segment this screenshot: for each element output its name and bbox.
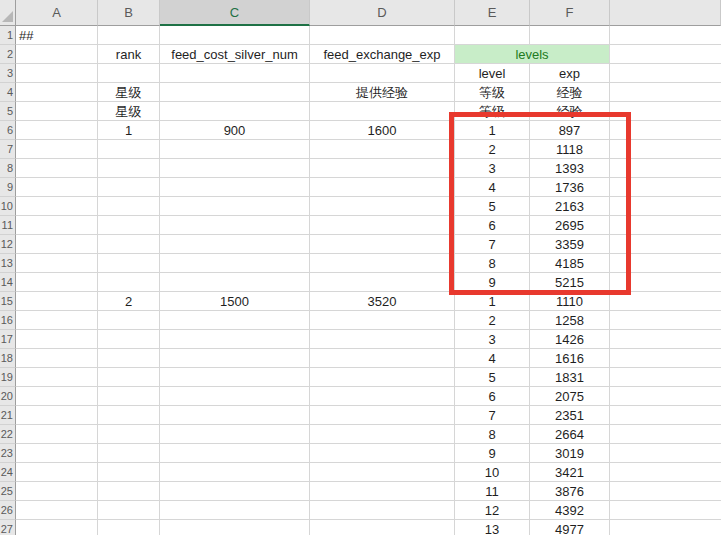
row-header-7[interactable]: 7 xyxy=(0,140,16,159)
row-header-1[interactable]: 1 xyxy=(0,26,16,45)
cell-c26[interactable] xyxy=(160,501,310,520)
column-header-d[interactable]: D xyxy=(310,0,455,26)
cell-a4[interactable] xyxy=(16,83,98,102)
row-header-14[interactable]: 14 xyxy=(0,273,16,292)
cell-f6[interactable]: 897 xyxy=(530,121,610,140)
cell-e18[interactable]: 4 xyxy=(455,349,530,368)
cell-f5[interactable]: 经验 xyxy=(530,102,610,121)
cell-a13[interactable] xyxy=(16,254,98,273)
cell-c7[interactable] xyxy=(160,140,310,159)
cell-d23[interactable] xyxy=(310,444,455,463)
cell-c17[interactable] xyxy=(160,330,310,349)
cell-c20[interactable] xyxy=(160,387,310,406)
cell-a3[interactable] xyxy=(16,64,98,83)
cell-a8[interactable] xyxy=(16,159,98,178)
column-header-f[interactable]: F xyxy=(530,0,610,26)
cell-d17[interactable] xyxy=(310,330,455,349)
row-header-19[interactable]: 19 xyxy=(0,368,16,387)
cell-a6[interactable] xyxy=(16,121,98,140)
cell-f22[interactable]: 2664 xyxy=(530,425,610,444)
cell-e20[interactable]: 6 xyxy=(455,387,530,406)
cell-blank-13[interactable] xyxy=(610,254,721,273)
cell-a5[interactable] xyxy=(16,102,98,121)
cell-f18[interactable]: 1616 xyxy=(530,349,610,368)
cell-e13[interactable]: 8 xyxy=(455,254,530,273)
cell-d7[interactable] xyxy=(310,140,455,159)
cell-e5[interactable]: 等级 xyxy=(455,102,530,121)
cell-a2[interactable] xyxy=(16,45,98,64)
row-header-24[interactable]: 24 xyxy=(0,463,16,482)
row-header-27[interactable]: 27 xyxy=(0,520,16,535)
cell-e16[interactable]: 2 xyxy=(455,311,530,330)
cell-f10[interactable]: 2163 xyxy=(530,197,610,216)
cell-a17[interactable] xyxy=(16,330,98,349)
cell-a15[interactable] xyxy=(16,292,98,311)
row-header-3[interactable]: 3 xyxy=(0,64,16,83)
row-header-17[interactable]: 17 xyxy=(0,330,16,349)
cell-blank-4[interactable] xyxy=(610,83,721,102)
cell-blank-14[interactable] xyxy=(610,273,721,292)
cell-f15[interactable]: 1110 xyxy=(530,292,610,311)
cell-e19[interactable]: 5 xyxy=(455,368,530,387)
cell-c13[interactable] xyxy=(160,254,310,273)
cell-d11[interactable] xyxy=(310,216,455,235)
cell-a1[interactable]: ## xyxy=(16,26,98,45)
cell-d10[interactable] xyxy=(310,197,455,216)
row-header-2[interactable]: 2 xyxy=(0,45,16,64)
cell-f3[interactable]: exp xyxy=(530,64,610,83)
cell-a24[interactable] xyxy=(16,463,98,482)
row-header-8[interactable]: 8 xyxy=(0,159,16,178)
cell-c9[interactable] xyxy=(160,178,310,197)
cell-b15[interactable]: 2 xyxy=(98,292,160,311)
cell-b3[interactable] xyxy=(98,64,160,83)
cell-b4[interactable]: 星级 xyxy=(98,83,160,102)
row-header-5[interactable]: 5 xyxy=(0,102,16,121)
row-header-18[interactable]: 18 xyxy=(0,349,16,368)
row-header-22[interactable]: 22 xyxy=(0,425,16,444)
cell-b26[interactable] xyxy=(98,501,160,520)
cell-e17[interactable]: 3 xyxy=(455,330,530,349)
cell-f1[interactable] xyxy=(530,26,610,45)
row-header-13[interactable]: 13 xyxy=(0,254,16,273)
row-header-10[interactable]: 10 xyxy=(0,197,16,216)
column-header-b[interactable]: B xyxy=(98,0,160,26)
cell-f9[interactable]: 1736 xyxy=(530,178,610,197)
cell-e14[interactable]: 9 xyxy=(455,273,530,292)
cell-c1[interactable] xyxy=(160,26,310,45)
cell-f19[interactable]: 1831 xyxy=(530,368,610,387)
cell-c6[interactable]: 900 xyxy=(160,121,310,140)
cell-c5[interactable] xyxy=(160,102,310,121)
cell-c23[interactable] xyxy=(160,444,310,463)
cell-f12[interactable]: 3359 xyxy=(530,235,610,254)
cell-e4[interactable]: 等级 xyxy=(455,83,530,102)
cell-blank-19[interactable] xyxy=(610,368,721,387)
cell-f23[interactable]: 3019 xyxy=(530,444,610,463)
cell-f24[interactable]: 3421 xyxy=(530,463,610,482)
cell-a19[interactable] xyxy=(16,368,98,387)
cell-a11[interactable] xyxy=(16,216,98,235)
cell-e10[interactable]: 5 xyxy=(455,197,530,216)
cell-e22[interactable]: 8 xyxy=(455,425,530,444)
cell-b23[interactable] xyxy=(98,444,160,463)
cell-b10[interactable] xyxy=(98,197,160,216)
cell-b14[interactable] xyxy=(98,273,160,292)
column-header-e[interactable]: E xyxy=(455,0,530,26)
cell-e25[interactable]: 11 xyxy=(455,482,530,501)
cell-c10[interactable] xyxy=(160,197,310,216)
cell-d24[interactable] xyxy=(310,463,455,482)
cell-b1[interactable] xyxy=(98,26,160,45)
cell-c12[interactable] xyxy=(160,235,310,254)
cell-d16[interactable] xyxy=(310,311,455,330)
row-header-23[interactable]: 23 xyxy=(0,444,16,463)
cell-e1[interactable] xyxy=(455,26,530,45)
cell-blank-26[interactable] xyxy=(610,501,721,520)
cell-b13[interactable] xyxy=(98,254,160,273)
column-header-blank[interactable] xyxy=(610,0,721,26)
cell-blank-5[interactable] xyxy=(610,102,721,121)
cell-c27[interactable] xyxy=(160,520,310,535)
cell-blank-24[interactable] xyxy=(610,463,721,482)
cell-blank-6[interactable] xyxy=(610,121,721,140)
cell-e9[interactable]: 4 xyxy=(455,178,530,197)
cell-blank-20[interactable] xyxy=(610,387,721,406)
cell-f26[interactable]: 4392 xyxy=(530,501,610,520)
